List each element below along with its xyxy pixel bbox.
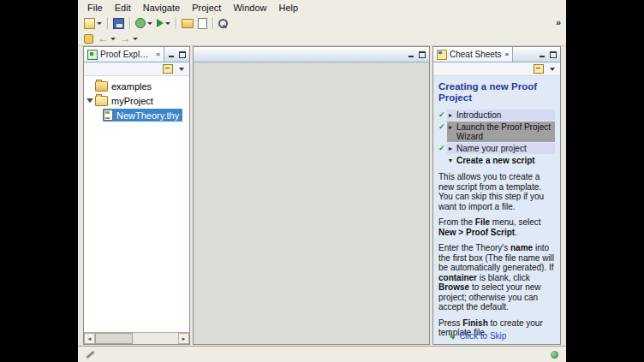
minimize-icon[interactable]: [539, 51, 546, 58]
new-wizard-icon: [84, 18, 95, 29]
collapse-all-icon[interactable]: [163, 64, 173, 74]
cheat-sheets-icon: [437, 50, 447, 60]
maximize-icon[interactable]: [419, 51, 426, 58]
cheatsheet-paragraph: From the File menu, select New > Proof S…: [438, 217, 555, 237]
maximize-icon[interactable]: [179, 51, 186, 58]
project-tree: examplesmyProjectNewTheory.thy: [84, 76, 189, 332]
maximize-icon[interactable]: [550, 51, 557, 58]
collapsed-arrow-icon: ▸: [449, 144, 456, 153]
new-wizard-button[interactable]: [82, 15, 104, 32]
tree-item-examples[interactable]: examples: [84, 79, 189, 93]
back-button[interactable]: [96, 31, 117, 47]
new-folder-icon: [182, 19, 194, 28]
minimize-icon[interactable]: [408, 51, 414, 58]
debug-dropdown-arrow-icon[interactable]: [147, 22, 152, 25]
main-toolbar: »: [78, 15, 566, 46]
close-icon[interactable]: ×: [156, 50, 160, 58]
minimize-icon[interactable]: [168, 51, 175, 58]
cheat-sheet-content: Creating a new Proof Project ✓▸Introduct…: [433, 76, 560, 344]
tab-label: Cheat Sheets: [450, 50, 502, 59]
theory-file-icon: [104, 110, 113, 121]
scrollbar-track[interactable]: [95, 333, 178, 344]
proof-explorer-view: Proof Explorer × examplesmyProjectNewThe…: [83, 46, 190, 345]
run-button[interactable]: [155, 15, 172, 32]
tree-item-label: myProject: [111, 96, 153, 106]
folder-closed-icon: [95, 81, 108, 92]
status-indicator-icon[interactable]: [551, 351, 558, 359]
fast-view-icon[interactable]: [86, 350, 95, 359]
cheatsheet-paragraph: Enter the Theory's name into the first b…: [438, 243, 555, 312]
cheat-sheet-paragraphs: This allows you to create a new script f…: [438, 172, 555, 338]
tab-cheat-sheets[interactable]: Cheat Sheets ×: [433, 47, 513, 62]
view-menu-icon[interactable]: [179, 68, 184, 71]
proof-explorer-toolbar: [84, 62, 189, 76]
tree-item-label: examples: [111, 81, 152, 92]
save-button[interactable]: [111, 15, 126, 32]
step-label: Create a new script: [456, 156, 553, 165]
cheatsheet-step[interactable]: ✓▸Name your project: [438, 143, 555, 154]
tree-item-newtheory-thy[interactable]: NewTheory.thy: [84, 108, 189, 122]
expander-icon[interactable]: [86, 98, 94, 103]
scrollbar-thumb[interactable]: [95, 333, 133, 344]
cheat-sheets-view: Cheat Sheets × Creating a new Proof Proj…: [432, 46, 561, 345]
editor-header: [194, 47, 429, 62]
search-button[interactable]: [217, 15, 230, 32]
collapse-all-icon[interactable]: [534, 64, 544, 74]
forward-dropdown-arrow-icon[interactable]: [133, 38, 138, 40]
menu-item-project[interactable]: Project: [186, 2, 227, 14]
editor-empty-body[interactable]: [194, 62, 429, 344]
horizontal-scrollbar[interactable]: ◂ ▸: [84, 332, 189, 344]
view-menu-icon[interactable]: [550, 68, 555, 71]
step-label: Launch the Proof Project Wizard: [456, 122, 553, 141]
check-icon: ✓: [438, 143, 447, 153]
back-dropdown-arrow-icon[interactable]: [110, 38, 116, 40]
toolbar-separator: [107, 17, 109, 29]
cheatsheet-step[interactable]: ✓▸Introduction: [438, 110, 555, 121]
toolbar-overflow-chevron[interactable]: »: [556, 17, 561, 27]
debug-icon: [135, 18, 146, 28]
cheat-sheet-steps: ✓▸Introduction✓▸Launch the Proof Project…: [438, 110, 555, 166]
menu-item-help[interactable]: Help: [273, 2, 305, 14]
check-icon: ✓: [438, 122, 447, 132]
forward-button[interactable]: [118, 31, 140, 47]
menu-item-window[interactable]: Window: [227, 2, 272, 14]
editor-controls: [404, 47, 429, 62]
new-theory-icon: [198, 18, 207, 29]
last-edit-icon: [84, 34, 93, 44]
toolbar-row-2: [78, 32, 566, 45]
tree-item-myproject[interactable]: myProject: [84, 93, 189, 108]
cheatsheet-step[interactable]: ✓▸Launch the Proof Project Wizard: [438, 122, 555, 142]
menu-item-file[interactable]: File: [81, 2, 109, 14]
tab-proof-explorer[interactable]: Proof Explorer ×: [84, 47, 164, 62]
debug-button[interactable]: [134, 15, 154, 32]
new-wizard-dropdown-arrow-icon[interactable]: [97, 22, 102, 25]
application-window: FileEditNavigateProjectWindowHelp » Proo…: [78, 0, 566, 362]
tree-item-label: NewTheory.thy: [116, 110, 179, 121]
check-icon: ✓: [438, 110, 447, 120]
forward-icon: [120, 33, 131, 44]
menu-item-navigate[interactable]: Navigate: [137, 2, 186, 14]
save-icon: [113, 18, 124, 29]
menu-item-edit[interactable]: Edit: [109, 2, 137, 14]
step-label: Name your project: [456, 144, 553, 153]
run-icon: [157, 19, 164, 27]
proof-explorer-header: Proof Explorer ×: [84, 47, 189, 62]
scroll-left-button[interactable]: ◂: [84, 333, 95, 344]
folder-open-icon: [95, 96, 108, 106]
last-edit-button[interactable]: [82, 31, 95, 47]
run-dropdown-arrow-icon[interactable]: [165, 22, 170, 25]
toolbar-separator: [176, 17, 177, 29]
click-to-skip-link[interactable]: ↳ Click to Skip: [449, 331, 506, 341]
close-icon[interactable]: ×: [505, 50, 510, 58]
view-controls: [535, 47, 560, 62]
scroll-right-button[interactable]: ▸: [178, 333, 189, 344]
cheat-sheets-header: Cheat Sheets ×: [433, 47, 560, 62]
step-label: Introduction: [456, 110, 553, 120]
cheatsheet-paragraph: This allows you to create a new script f…: [438, 172, 555, 211]
new-folder-button[interactable]: [180, 15, 195, 32]
editor-area: [193, 46, 430, 345]
proof-explorer-icon: [87, 50, 98, 60]
collapsed-arrow-icon: ▸: [449, 122, 456, 132]
new-theory-button[interactable]: [196, 15, 209, 32]
cheatsheet-step[interactable]: ▾Create a new script: [438, 155, 555, 166]
